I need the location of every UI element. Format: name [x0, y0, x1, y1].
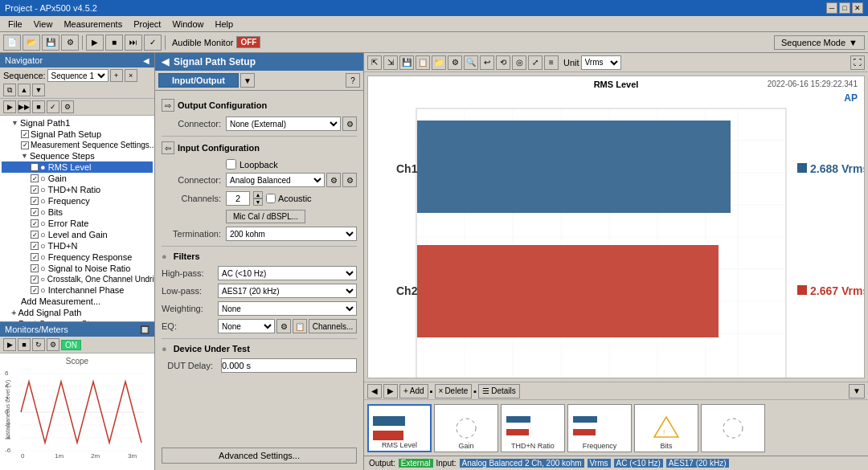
tree-item-signalpath1[interactable]: ▼ Signal Path1 — [2, 117, 153, 129]
thumbnail-gain[interactable]: Gain — [434, 404, 498, 452]
connector-input-btn1[interactable]: ⚙ — [326, 173, 341, 187]
nav-check-btn[interactable]: ✓ — [47, 100, 59, 113]
check-button[interactable]: ✓ — [144, 35, 162, 51]
nav-run-btn[interactable]: ▶▶ — [18, 100, 31, 113]
tree-item-levgain[interactable]: ○ Level and Gain — [2, 229, 153, 240]
sequence-dropdown[interactable]: Sequence 1 — [47, 69, 108, 82]
tree-checkbox[interactable] — [31, 219, 39, 227]
signal-path-back-arrow[interactable]: ◀ — [162, 56, 169, 67]
tree-checkbox[interactable] — [31, 286, 39, 294]
graph-btn4[interactable]: 📋 — [416, 55, 430, 70]
graph-btn12[interactable]: ≡ — [544, 55, 559, 70]
audible-monitor-toggle[interactable]: OFF — [236, 36, 260, 48]
channels-up-btn[interactable]: ▲ — [253, 191, 263, 198]
acoustic-checkbox-label[interactable]: Acoustic — [266, 194, 312, 203]
tree-item-addsignalpath[interactable]: + Add Signal Path — [2, 307, 153, 318]
menu-help[interactable]: Help — [211, 18, 239, 30]
tree-checkbox[interactable] — [21, 130, 29, 138]
io-tab-arrow-btn[interactable]: ▼ — [240, 73, 255, 88]
unit-select[interactable]: Vrms — [581, 55, 621, 70]
monitor-on-badge[interactable]: ON — [61, 340, 81, 350]
graph-btn2[interactable]: ⇲ — [383, 55, 398, 70]
tree-item-signalpathsetup[interactable]: Signal Path Setup — [2, 129, 153, 140]
nav-add-btn[interactable]: + — [110, 69, 123, 82]
eq-btn1[interactable]: ⚙ — [276, 319, 291, 333]
tree-checkbox[interactable] — [31, 253, 39, 261]
tree-item-sequence-steps[interactable]: ▼ Sequence Steps — [2, 150, 153, 161]
tree-item-snr[interactable]: ○ Signal to Noise Ratio — [2, 263, 153, 274]
graph-btn1[interactable]: ⇱ — [367, 55, 382, 70]
tree-checkbox[interactable] — [31, 231, 39, 239]
acoustic-checkbox[interactable] — [266, 194, 276, 203]
tree-checkbox[interactable] — [21, 141, 29, 149]
tree-checkbox[interactable] — [31, 163, 39, 171]
tree-checkbox[interactable] — [31, 174, 39, 182]
nav-del-btn[interactable]: × — [125, 69, 137, 82]
step-button[interactable]: ⏭ — [125, 35, 142, 51]
channels-btn[interactable]: Channels... — [309, 319, 357, 333]
close-button[interactable]: ✕ — [852, 2, 863, 14]
next-btn[interactable]: ▶ — [383, 384, 398, 398]
termination-select[interactable]: 200 kohm — [226, 227, 357, 241]
tree-item-addmeasurement[interactable]: Add Measurement... — [2, 296, 153, 307]
add-btn[interactable]: + Add — [399, 384, 428, 398]
delete-btn[interactable]: × Delete — [435, 384, 473, 398]
monitor-play-btn[interactable]: ▶ — [3, 338, 16, 351]
tree-item-freqresp[interactable]: ○ Frequency Response — [2, 251, 153, 263]
new-button[interactable]: 📄 — [3, 35, 21, 51]
navigator-collapse-button[interactable]: ◀ — [143, 56, 149, 65]
dut-delay-input[interactable] — [221, 358, 357, 373]
advanced-settings-button[interactable]: Advanced Settings... — [162, 448, 357, 464]
connector-input-btn2[interactable]: ⚙ — [342, 173, 357, 187]
loopback-checkbox[interactable] — [226, 159, 236, 170]
tree-checkbox[interactable] — [31, 242, 39, 250]
tree-item-errorrate[interactable]: ○ Error Rate — [2, 218, 153, 229]
menu-view[interactable]: View — [29, 18, 58, 30]
sequence-mode-button[interactable]: Sequence Mode ▼ — [774, 35, 865, 50]
graph-btn10[interactable]: ◎ — [512, 55, 526, 70]
mic-cal-button[interactable]: Mic Cal / dBSPL... — [226, 210, 305, 223]
tree-item-phase[interactable]: ○ Interchannel Phase — [2, 284, 153, 296]
tree-item-rms[interactable]: ● RMS Level — [2, 161, 153, 173]
stop-button[interactable]: ■ — [105, 35, 123, 51]
tree-item-crosstalk[interactable]: ○ Crosstalk, One Channel Undriven — [2, 274, 153, 284]
tree-checkbox[interactable] — [31, 264, 39, 272]
tree-checkbox[interactable] — [31, 186, 39, 194]
details-btn[interactable]: ☰ Details — [478, 384, 520, 398]
graph-btn9[interactable]: ⟲ — [496, 55, 510, 70]
config-button[interactable]: ⚙ — [61, 35, 79, 51]
tree-checkbox[interactable] — [31, 208, 39, 216]
graph-btn11[interactable]: ⤢ — [528, 55, 542, 70]
monitor-stop-btn[interactable]: ■ — [18, 338, 31, 351]
run-button[interactable]: ▶ — [86, 35, 104, 51]
tree-item-thd[interactable]: ○ THD+N Ratio — [2, 184, 153, 195]
prev-btn[interactable]: ◀ — [367, 384, 382, 398]
maximize-button[interactable]: □ — [839, 2, 850, 14]
menu-project[interactable]: Project — [129, 18, 166, 30]
nav-up-btn[interactable]: ▲ — [18, 84, 31, 96]
graph-expand-btn[interactable]: ⛶ — [850, 55, 865, 70]
menu-measurements[interactable]: Measurements — [59, 18, 127, 30]
tree-item-gain[interactable]: ○ Gain — [2, 173, 153, 184]
weighting-select[interactable]: None — [218, 301, 357, 316]
thumbnail-bits[interactable]: ! Bits — [634, 404, 698, 452]
channels-down-btn[interactable]: ▼ — [253, 198, 263, 206]
io-help-btn[interactable]: ? — [346, 73, 360, 88]
thumbnail-rms[interactable]: RMS Level — [367, 404, 432, 452]
nav-play-btn[interactable]: ▶ — [3, 100, 16, 113]
menu-file[interactable]: File — [3, 18, 27, 30]
graph-btn3[interactable]: 💾 — [399, 55, 414, 70]
monitor-cfg-btn[interactable]: ⚙ — [47, 338, 59, 351]
graph-btn6[interactable]: ⚙ — [448, 55, 462, 70]
graph-btn7[interactable]: 🔍 — [464, 55, 478, 70]
nav-stop-btn[interactable]: ■ — [32, 100, 45, 113]
thumbnail-freq[interactable]: Frequency — [567, 404, 632, 452]
connector-output-btn[interactable]: ⚙ — [342, 116, 357, 131]
tree-item-freq[interactable]: ○ Frequency — [2, 195, 153, 206]
connector-output-select[interactable]: None (External) — [226, 116, 341, 131]
menu-window[interactable]: Window — [167, 18, 208, 30]
minimize-button[interactable]: ─ — [826, 2, 837, 14]
panel-expand-btn[interactable]: ▼ — [849, 384, 865, 398]
nav-copy-btn[interactable]: ⧉ — [3, 84, 16, 96]
tree-item-thdn[interactable]: ○ THD+N — [2, 240, 153, 251]
